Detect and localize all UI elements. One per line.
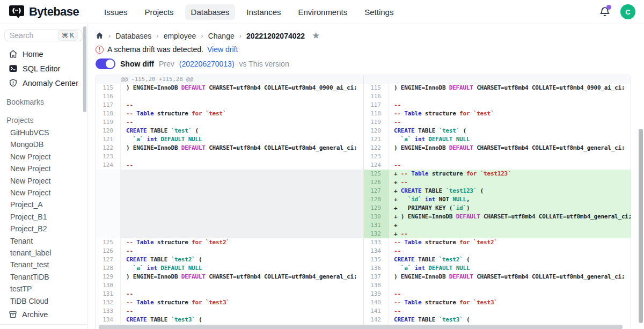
sidebar-item-sql-editor[interactable]: SQL Editor [4,61,83,76]
code-line: + -- [389,178,631,187]
sidebar-scrollbar[interactable] [83,26,86,112]
brand-name: Bytebase [29,5,79,19]
breadcrumb-databases[interactable]: Databases [115,32,151,40]
code-line: -- [389,101,631,109]
sidebar-project-item[interactable]: testTP [10,283,83,295]
sidebar-project-item[interactable]: Tenant_test [10,259,83,270]
sidebar-project-item[interactable]: New Project [10,187,83,199]
nav-item-databases[interactable]: Databases [185,4,236,20]
line-number: 125 [364,170,389,178]
line-number: 132 [364,230,389,238]
home-icon[interactable] [96,32,104,40]
sidebar-project-item[interactable]: tenant_label [10,247,83,259]
sql-editor-icon [9,64,18,73]
nav-item-settings[interactable]: Settings [358,4,399,20]
breadcrumb-separator: › [108,32,111,40]
line-number: 121 [96,135,121,144]
line-number: 134 [96,316,121,324]
diff-line: 122) ENGINE=InnoDB DEFAULT CHARSET=utf8m… [96,144,363,152]
sidebar-project-item[interactable]: New Project [10,175,83,187]
breadcrumb-separator: › [156,32,158,40]
sidebar-project-item[interactable]: New Project [10,151,83,163]
sidebar-project-item[interactable]: TiDB Cloud [10,295,83,307]
breadcrumb-employee[interactable]: employee [164,32,196,40]
code-line: `a` int DEFAULT NULL [389,264,631,273]
line-number: 115 [96,84,121,92]
anomaly-center-icon [9,78,18,87]
view-drift-link[interactable]: View drift [207,45,238,54]
nav-item-instances[interactable]: Instances [240,4,287,20]
code-line: + -- [389,230,631,238]
plan-badge[interactable]: Enterprise Plan [0,324,87,329]
line-number: 129 [96,273,121,281]
breadcrumb-change[interactable]: Change [208,32,235,40]
sidebar-item-label: Anomaly Center [23,79,78,87]
code-line: + CREATE TABLE `test123` ( [389,187,631,195]
sidebar-project-item[interactable]: Project_B2 [10,223,83,235]
diff-line: 123 [364,152,631,161]
diff-line: 131+ [364,221,631,230]
user-avatar[interactable]: C [620,4,635,19]
sidebar-project-list: GitHubVCSMongoDBNew ProjectNew ProjectNe… [4,127,83,307]
vs-label: vs This version [239,60,289,68]
code-line: -- [389,247,631,255]
sidebar-project-item[interactable]: New Project [10,163,83,174]
diff-line: 121 `a` int DEFAULT NULL [96,135,363,144]
line-number: 141 [364,307,389,316]
sidebar-item-home[interactable]: Home [4,47,83,61]
code-line: -- [389,118,631,127]
line-number: 127 [96,255,121,264]
diff-line: 140-- Table structure for `test3` [364,298,631,307]
show-diff-toggle[interactable] [96,59,115,69]
code-line: -- Table structure for `test` [121,109,363,118]
line-number: 140 [364,298,389,307]
sidebar-project-item[interactable]: Tenant [10,235,83,247]
sidebar-project-item[interactable]: Project_B1 [10,211,83,223]
nav-item-environments[interactable]: Environments [292,4,354,20]
sidebar-project-item[interactable]: TenantTiDB [10,271,83,283]
line-number: 137 [364,273,389,281]
page-scrollbar[interactable] [639,129,643,323]
code-line: CREATE TABLE `test2` ( [389,255,631,264]
notifications-bell-icon[interactable] [599,6,611,18]
diff-line: 135CREATE TABLE `test2` ( [364,255,631,264]
sidebar-item-anomaly-center[interactable]: Anomaly Center [4,76,83,90]
search-box[interactable]: ⌘ K [4,30,83,41]
sidebar-project-item[interactable]: MongoDB [10,138,83,150]
code-line: -- [121,307,363,316]
nav-item-projects[interactable]: Projects [138,4,179,20]
show-diff-label: Show diff [120,60,154,68]
line-number: 119 [96,118,121,127]
code-line: CREATE TABLE `test` ( [389,127,631,135]
breadcrumb-current-version: 20221202074022 [246,32,305,40]
prev-version-link[interactable]: (202206270013) [179,60,235,68]
diff-line: 124-- [96,161,363,170]
diff-spacer [96,170,363,238]
diff-line: 134CREATE TABLE `test3` ( [96,316,363,324]
horizontal-scrollbar[interactable] [99,325,623,329]
search-input[interactable] [10,31,56,40]
line-number: 122 [96,144,121,152]
code-line: + ) ENGINE=InnoDB DEFAULT CHARSET=utf8mb… [389,213,631,221]
diff-line: 115) ENGINE=InnoDB DEFAULT CHARSET=utf8m… [96,84,363,92]
code-line [121,152,363,161]
sidebar-item-archive[interactable]: Archive [4,307,83,322]
diff-line: 126+ -- [364,178,631,187]
code-line: CREATE TABLE `test2` ( [121,255,363,264]
bytebase-logo[interactable]: Bytebase [9,4,79,20]
sidebar-project-item[interactable]: Project_A [10,199,83,210]
code-line: -- Table structure for `test` [389,109,631,118]
sidebar-section-projects: Projects [4,114,83,127]
sidebar-project-item[interactable]: GitHubVCS [10,127,83,138]
code-line: CREATE TABLE `test3` ( [389,316,631,324]
diff-line: 119-- [364,118,631,127]
star-icon[interactable]: ★ [312,31,320,40]
code-line: CREATE TABLE `test3` ( [121,316,363,324]
line-number: 133 [364,238,389,247]
line-number: 139 [364,290,389,298]
nav-item-issues[interactable]: Issues [98,4,133,20]
diff-line: 115) ENGINE=InnoDB DEFAULT CHARSET=utf8m… [364,84,631,92]
code-line: -- Table structure for `test2` [389,238,631,247]
code-line: ) ENGINE=InnoDB DEFAULT CHARSET=utf8mb4 … [121,84,363,92]
diff-column-current: 115) ENGINE=InnoDB DEFAULT CHARSET=utf8m… [363,75,631,329]
